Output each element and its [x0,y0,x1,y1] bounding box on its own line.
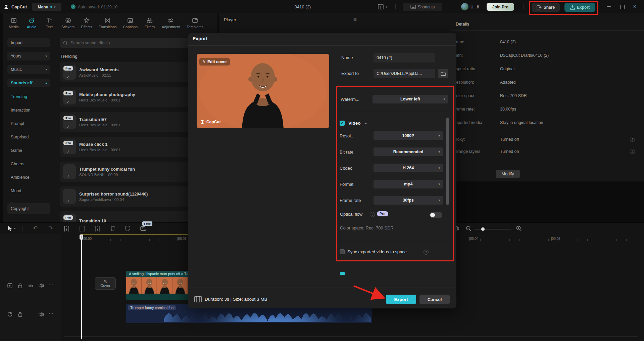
optical-flow-toggle[interactable] [430,212,442,218]
lock-icon[interactable] [18,312,22,317]
name-input[interactable]: 0410 (2) [374,53,435,62]
split-right-icon[interactable] [95,226,100,231]
sound-category-item[interactable]: Trending [3,90,54,103]
tab-stickers[interactable]: Stickers [61,17,75,29]
sync-checkbox[interactable] [340,249,345,254]
tab-audio[interactable]: Audio [26,17,37,29]
sound-category-item[interactable]: Prompt [3,117,54,130]
sound-meta: AstroMusic · 02:11 [79,73,119,77]
playhead-line[interactable] [81,235,82,339]
divider [339,241,450,241]
info-icon[interactable]: ? [630,149,635,154]
avatar[interactable] [461,3,468,10]
export-path-input[interactable]: C:/Users/DELL/AppDa... [374,69,435,78]
setting-dropdown[interactable]: 30fps▾ [374,196,443,205]
sound-category-item[interactable]: Cheers [3,157,54,171]
undo-icon[interactable]: ↶ [33,225,38,232]
lock-icon[interactable] [18,283,22,288]
dialog-scrollbar[interactable] [446,118,449,205]
setting-dropdown[interactable]: Recommended▾ [374,147,443,156]
join-pro-button[interactable]: Join Pro [487,3,514,11]
capcut-watermark: CapCut [201,120,221,124]
sound-category-item[interactable]: Ambience [3,171,54,184]
split-icon[interactable] [64,226,69,231]
chevron-down-icon[interactable]: ▾ [386,5,388,9]
browse-folder-button[interactable] [438,69,448,78]
copyright-button[interactable]: Copyright [7,203,50,214]
zoom-out-icon[interactable] [466,226,472,231]
sidebar-group-sound-effects[interactable]: Sounds eff...▴ [7,79,50,87]
select-tool-icon[interactable] [7,225,13,231]
sound-category-item[interactable]: Interaction [3,103,54,117]
watermark-dropdown[interactable]: Lower left▾ [373,95,448,103]
video-checkbox[interactable]: ✓ [340,121,345,126]
tab-transitions[interactable]: Transitions [99,17,116,29]
timeline-zoom-slider-handle[interactable] [481,227,485,231]
tab-filters[interactable]: Filters [144,17,155,29]
zoom-in-icon[interactable] [516,226,522,231]
edit-cover-button[interactable]: ✎ Edit cover [199,58,230,66]
chevron-down-icon[interactable]: ▾ [14,227,16,230]
tab-templates[interactable]: Templates [187,17,203,29]
pro-badge: Pro [63,215,73,220]
timeline-zoom-slider[interactable] [475,229,511,229]
setting-label: Codec [340,166,352,171]
sidebar-group-music[interactable]: Music▾ [7,65,50,74]
sound-category-item[interactable]: Surprised [3,130,54,144]
setting-dropdown[interactable]: H.264▾ [374,164,443,172]
info-icon[interactable]: ? [370,212,375,217]
name-value: 0410 (2) [377,55,392,60]
autosave-status: Auto saved: 01:29:10 [78,5,117,9]
sidebar-group-yours[interactable]: Yours▾ [7,52,50,60]
info-icon[interactable]: ? [424,250,429,255]
cancel-button[interactable]: Cancel [419,295,450,304]
sound-category-item[interactable]: Mood [3,184,54,198]
player-menu-icon[interactable]: ≡ [353,16,357,23]
chevron-up-icon[interactable]: ▴ [365,121,367,125]
details-row: Path:D:/CapCut Drafts/0410 (2) [453,49,641,62]
playhead-handle[interactable] [80,235,83,240]
hide-track-eye-icon[interactable] [28,284,34,288]
split-left-icon[interactable] [79,226,85,231]
delete-icon[interactable] [110,225,115,231]
setting-dropdown[interactable]: mp4▾ [374,180,443,188]
tab-text[interactable]: Text [44,17,55,29]
setting-dropdown[interactable]: 1080P▾ [374,131,443,140]
share-button[interactable]: Share [532,3,560,12]
export-button-top[interactable]: Export [564,3,595,12]
more-options-icon[interactable]: ⋯ [49,282,53,287]
shortcuts-button[interactable]: Shortcuts [403,3,442,11]
modify-button[interactable]: Modify [496,170,520,178]
cover-button[interactable]: ✎ Cover [95,277,116,290]
mute-track-icon[interactable] [39,283,44,288]
category-label: Mood [11,188,21,193]
sound-info: Transition E7 Hertz Box Music · 00:01 [79,117,120,127]
divider [339,111,450,111]
tab-media[interactable]: Media [8,17,19,29]
export-confirm-button[interactable]: Export [386,295,416,304]
video-frame-thumbnail [142,277,157,294]
remove-background-icon[interactable] [140,226,147,231]
category-label: Trending [11,94,27,99]
close-button[interactable]: ✕ [633,4,637,9]
film-icon [194,296,202,302]
audio-icon [28,17,35,24]
timeline-horizontal-scrollbar[interactable] [64,336,638,337]
tab-captions[interactable]: Captions [123,17,138,29]
menu-button[interactable]: Menu ▾ [32,3,61,11]
sound-category-item[interactable]: Game [3,144,54,157]
mute-track-icon[interactable] [39,312,44,317]
sidebar-import-button[interactable]: Import [7,38,50,47]
tab-adjustment[interactable]: Adjustment [162,17,180,29]
more-options-icon[interactable]: ⋯ [49,311,53,316]
tab-effects[interactable]: Effects [81,17,92,29]
details-row: Arrange layersTurned on? [453,146,641,158]
redo-icon[interactable]: ↷ [48,225,53,232]
ruler-timestamp: 00:00 [83,237,92,241]
info-icon[interactable]: ? [630,137,635,142]
layout-switch-icon[interactable] [378,4,384,9]
mask-shield-icon[interactable] [125,225,131,231]
cover-label: Cover [100,284,110,288]
minimize-button[interactable] [607,6,611,7]
maximize-button[interactable] [620,5,625,9]
